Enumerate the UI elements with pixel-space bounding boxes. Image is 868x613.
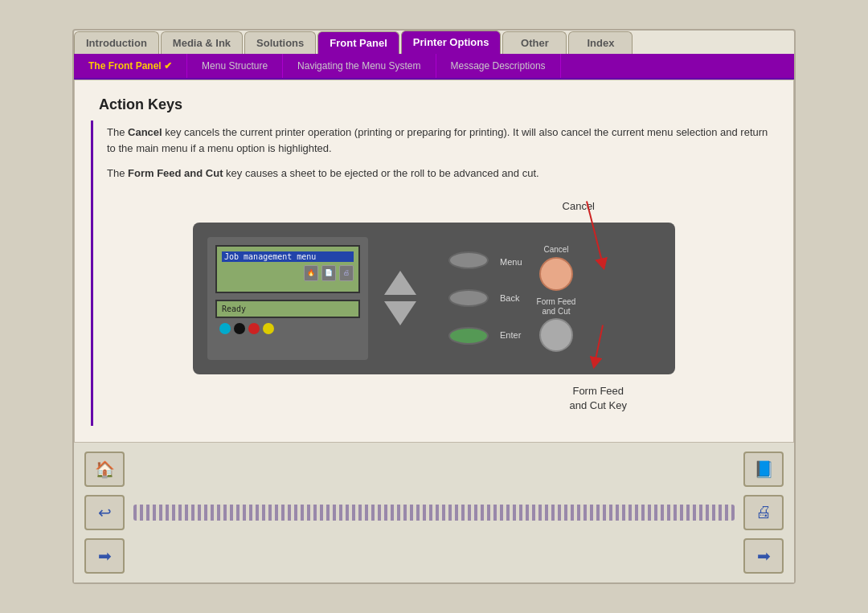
tab-index[interactable]: Index [568, 31, 633, 54]
button-area: Menu Back Enter Cancel Form Feedand Cut [432, 237, 661, 360]
ink-dot-yellow [263, 323, 274, 334]
cancel-annotation-area: Cancel [193, 198, 675, 223]
lcd-status: Ready [215, 300, 360, 318]
ink-dot-black [234, 323, 245, 334]
forward-button[interactable]: ➡ [84, 538, 125, 574]
lcd-icon-3: 🖨 [339, 265, 354, 281]
formfeed-annotation-area: Form Feedand Cut Key [193, 378, 675, 418]
paragraph-formfeed: The Form Feed and Cut key causes a sheet… [99, 166, 769, 182]
formfeed-action-btn[interactable] [539, 318, 573, 352]
book-icon: 📘 [754, 460, 774, 479]
page-title: Action Keys [99, 96, 769, 113]
paragraph-cancel: The Cancel key cancels the current print… [99, 125, 769, 158]
panel-wrapper: Job management menu 🔥 📄 🖨 Ready [193, 223, 675, 374]
sub-tab-front-panel[interactable]: The Front Panel [74, 54, 187, 78]
tab-introduction[interactable]: Introduction [74, 31, 159, 54]
formfeed-action-label: Form Feedand Cut [537, 297, 576, 317]
bottom-area: 🏠 ↩ ➡ 📘 🖨 ➡ [74, 443, 794, 582]
tab-media-ink[interactable]: Media & Ink [161, 31, 243, 54]
formfeed-label: Form Feedand Cut Key [569, 384, 627, 413]
print-button[interactable]: 🖨 [743, 495, 784, 530]
printer-panel: Job management menu 🔥 📄 🖨 Ready [193, 223, 675, 374]
tab-other[interactable]: Other [502, 31, 567, 54]
cancel-action-btn[interactable] [539, 257, 573, 291]
arrow-down-btn[interactable] [384, 301, 416, 325]
arrow-up-btn[interactable] [384, 271, 416, 295]
tab-printer-options[interactable]: Printer Options [401, 31, 502, 54]
back-oval-btn[interactable] [448, 289, 489, 307]
sub-tab-msg-desc[interactable]: Message Descriptions [436, 54, 561, 78]
enter-oval-btn[interactable] [448, 327, 489, 345]
oval-buttons-col [448, 245, 489, 352]
sub-tab-menu-structure[interactable]: Menu Structure [187, 54, 283, 78]
ink-dot-magenta [248, 323, 260, 334]
tab-front-panel[interactable]: Front Panel [317, 31, 399, 54]
ink-dots [215, 323, 360, 334]
bottom-right-icons: 📘 🖨 ➡ [741, 449, 786, 576]
content-area: Action Keys The Cancel key cancels the c… [74, 80, 794, 443]
menu-label: Menu [500, 257, 522, 267]
sub-nav: The Front Panel Menu Structure Navigatin… [74, 54, 794, 80]
main-window: Introduction Media & Ink Solutions Front… [72, 29, 796, 584]
enter-label: Enter [500, 330, 522, 340]
formfeed-btn-group: Form Feedand Cut [537, 297, 576, 352]
printer-panel-container: Cancel Job management menu 🔥 📄 🖨 [193, 198, 675, 418]
lcd-icon-1: 🔥 [304, 265, 318, 281]
nav-forward-icon: ➡ [757, 546, 771, 566]
btn-labels-col: Menu Back Enter [497, 245, 522, 352]
cancel-label: Cancel [563, 200, 595, 212]
menu-oval-btn[interactable] [448, 251, 489, 269]
back-icon: ↩ [98, 503, 112, 522]
nav-buttons-area [368, 237, 432, 360]
book-button[interactable]: 📘 [743, 452, 784, 487]
spiral-bar [133, 505, 735, 521]
cancel-btn-group: Cancel [537, 245, 576, 291]
print-icon: 🖨 [755, 503, 772, 521]
nav-tabs: Introduction Media & Ink Solutions Front… [74, 31, 794, 54]
lcd-area: Job management menu 🔥 📄 🖨 Ready [207, 237, 368, 360]
back-button[interactable]: ↩ [84, 495, 125, 530]
lcd-icon-2: 📄 [321, 265, 336, 281]
cancel-action-label: Cancel [543, 245, 568, 254]
nav-forward-button[interactable]: ➡ [743, 538, 784, 574]
forward-icon: ➡ [98, 546, 112, 566]
action-btns-col: Cancel Form Feedand Cut [537, 245, 576, 352]
home-button[interactable]: 🏠 [84, 452, 125, 487]
lcd-screen: Job management menu 🔥 📄 🖨 [215, 245, 360, 293]
bottom-left-icons: 🏠 ↩ ➡ [82, 449, 127, 576]
sub-tab-nav-menu[interactable]: Navigating the Menu System [283, 54, 436, 78]
tab-solutions[interactable]: Solutions [244, 31, 316, 54]
back-label: Back [500, 293, 522, 303]
ink-dot-cyan [219, 323, 231, 334]
home-icon: 🏠 [95, 460, 115, 479]
lcd-menu-item: Job management menu [222, 251, 354, 262]
